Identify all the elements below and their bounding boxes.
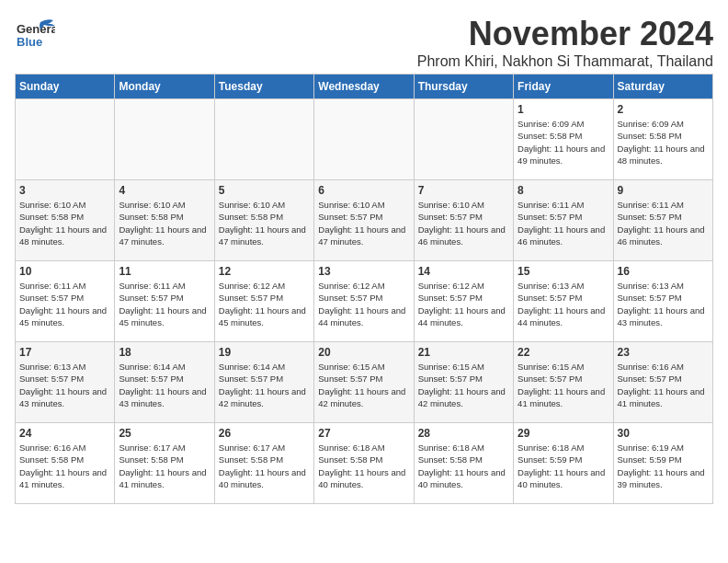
day-number: 22: [518, 346, 609, 359]
weekday-header-tuesday: Tuesday: [214, 75, 313, 99]
calendar-cell: [314, 99, 414, 180]
day-number: 29: [518, 427, 609, 440]
logo: General Blue: [15, 15, 55, 55]
calendar-cell: 24Sunrise: 6:16 AMSunset: 5:58 PMDayligh…: [16, 423, 115, 504]
day-number: 20: [318, 346, 409, 359]
calendar-week-2: 3Sunrise: 6:10 AMSunset: 5:58 PMDaylight…: [16, 180, 713, 261]
calendar-cell: [115, 99, 214, 180]
day-number: 18: [119, 346, 210, 359]
page-header: General Blue November 2024 Phrom Khiri, …: [15, 15, 713, 70]
day-info: Sunrise: 6:19 AMSunset: 5:59 PMDaylight:…: [618, 442, 709, 490]
svg-text:Blue: Blue: [17, 35, 42, 49]
day-number: 14: [418, 265, 509, 278]
day-number: 12: [219, 265, 310, 278]
day-info: Sunrise: 6:09 AMSunset: 5:58 PMDaylight:…: [618, 118, 709, 167]
day-info: Sunrise: 6:15 AMSunset: 5:57 PMDaylight:…: [418, 361, 509, 409]
calendar-cell: 19Sunrise: 6:14 AMSunset: 5:57 PMDayligh…: [214, 342, 313, 423]
day-number: 10: [19, 265, 110, 278]
day-info: Sunrise: 6:18 AMSunset: 5:59 PMDaylight:…: [518, 442, 609, 490]
day-number: 19: [219, 346, 310, 359]
calendar-cell: 15Sunrise: 6:13 AMSunset: 5:57 PMDayligh…: [514, 261, 613, 342]
weekday-header-monday: Monday: [115, 75, 214, 99]
day-number: 13: [318, 265, 409, 278]
calendar-week-1: 1Sunrise: 6:09 AMSunset: 5:58 PMDaylight…: [16, 99, 713, 180]
day-info: Sunrise: 6:13 AMSunset: 5:57 PMDaylight:…: [618, 280, 709, 328]
day-info: Sunrise: 6:10 AMSunset: 5:57 PMDaylight:…: [318, 199, 409, 247]
day-number: 15: [518, 265, 609, 278]
day-number: 16: [618, 265, 709, 278]
day-info: Sunrise: 6:14 AMSunset: 5:57 PMDaylight:…: [219, 361, 310, 409]
weekday-header-friday: Friday: [514, 75, 613, 99]
calendar-cell: 28Sunrise: 6:18 AMSunset: 5:58 PMDayligh…: [414, 423, 513, 504]
day-number: 27: [318, 427, 409, 440]
day-info: Sunrise: 6:12 AMSunset: 5:57 PMDaylight:…: [318, 280, 409, 328]
day-info: Sunrise: 6:17 AMSunset: 5:58 PMDaylight:…: [219, 442, 310, 490]
calendar-cell: 17Sunrise: 6:13 AMSunset: 5:57 PMDayligh…: [16, 342, 115, 423]
day-info: Sunrise: 6:18 AMSunset: 5:58 PMDaylight:…: [418, 442, 509, 490]
day-info: Sunrise: 6:12 AMSunset: 5:57 PMDaylight:…: [418, 280, 509, 328]
calendar-cell: 25Sunrise: 6:17 AMSunset: 5:58 PMDayligh…: [115, 423, 214, 504]
calendar-cell: 29Sunrise: 6:18 AMSunset: 5:59 PMDayligh…: [514, 423, 613, 504]
day-info: Sunrise: 6:11 AMSunset: 5:57 PMDaylight:…: [618, 199, 709, 247]
calendar-week-4: 17Sunrise: 6:13 AMSunset: 5:57 PMDayligh…: [16, 342, 713, 423]
weekday-header-wednesday: Wednesday: [314, 75, 414, 99]
weekday-header-sunday: Sunday: [16, 75, 115, 99]
calendar-cell: 7Sunrise: 6:10 AMSunset: 5:57 PMDaylight…: [414, 180, 513, 261]
calendar-cell: [16, 99, 115, 180]
title-section: November 2024 Phrom Khiri, Nakhon Si Tha…: [417, 15, 713, 70]
calendar-cell: 11Sunrise: 6:11 AMSunset: 5:57 PMDayligh…: [115, 261, 214, 342]
day-number: 8: [518, 184, 609, 197]
day-number: 11: [119, 265, 210, 278]
calendar-cell: 26Sunrise: 6:17 AMSunset: 5:58 PMDayligh…: [214, 423, 313, 504]
day-number: 26: [219, 427, 310, 440]
day-info: Sunrise: 6:10 AMSunset: 5:57 PMDaylight:…: [418, 199, 509, 247]
calendar-cell: 23Sunrise: 6:16 AMSunset: 5:57 PMDayligh…: [613, 342, 712, 423]
calendar-cell: 3Sunrise: 6:10 AMSunset: 5:58 PMDaylight…: [16, 180, 115, 261]
day-number: 9: [618, 184, 709, 197]
day-info: Sunrise: 6:11 AMSunset: 5:57 PMDaylight:…: [518, 199, 609, 247]
day-number: 5: [219, 184, 310, 197]
calendar-cell: 12Sunrise: 6:12 AMSunset: 5:57 PMDayligh…: [214, 261, 313, 342]
calendar-table: SundayMondayTuesdayWednesdayThursdayFrid…: [15, 74, 713, 504]
calendar-cell: [214, 99, 313, 180]
day-info: Sunrise: 6:10 AMSunset: 5:58 PMDaylight:…: [219, 199, 310, 247]
day-number: 4: [119, 184, 210, 197]
weekday-header-row: SundayMondayTuesdayWednesdayThursdayFrid…: [16, 75, 713, 99]
calendar-cell: 8Sunrise: 6:11 AMSunset: 5:57 PMDaylight…: [514, 180, 613, 261]
calendar-cell: 13Sunrise: 6:12 AMSunset: 5:57 PMDayligh…: [314, 261, 414, 342]
day-number: 1: [518, 103, 609, 116]
calendar-cell: 6Sunrise: 6:10 AMSunset: 5:57 PMDaylight…: [314, 180, 414, 261]
day-info: Sunrise: 6:16 AMSunset: 5:58 PMDaylight:…: [19, 442, 110, 490]
day-number: 21: [418, 346, 509, 359]
day-info: Sunrise: 6:11 AMSunset: 5:57 PMDaylight:…: [119, 280, 210, 328]
day-number: 25: [119, 427, 210, 440]
calendar-cell: [414, 99, 513, 180]
day-info: Sunrise: 6:14 AMSunset: 5:57 PMDaylight:…: [119, 361, 210, 409]
month-title: November 2024: [417, 15, 713, 53]
calendar-cell: 20Sunrise: 6:15 AMSunset: 5:57 PMDayligh…: [314, 342, 414, 423]
day-info: Sunrise: 6:13 AMSunset: 5:57 PMDaylight:…: [19, 361, 110, 409]
calendar-cell: 4Sunrise: 6:10 AMSunset: 5:58 PMDaylight…: [115, 180, 214, 261]
day-number: 23: [618, 346, 709, 359]
calendar-cell: 9Sunrise: 6:11 AMSunset: 5:57 PMDaylight…: [613, 180, 712, 261]
day-info: Sunrise: 6:15 AMSunset: 5:57 PMDaylight:…: [518, 361, 609, 409]
day-info: Sunrise: 6:18 AMSunset: 5:58 PMDaylight:…: [318, 442, 409, 490]
weekday-header-saturday: Saturday: [613, 75, 712, 99]
calendar-cell: 18Sunrise: 6:14 AMSunset: 5:57 PMDayligh…: [115, 342, 214, 423]
calendar-week-5: 24Sunrise: 6:16 AMSunset: 5:58 PMDayligh…: [16, 423, 713, 504]
day-number: 7: [418, 184, 509, 197]
calendar-cell: 2Sunrise: 6:09 AMSunset: 5:58 PMDaylight…: [613, 99, 712, 180]
calendar-week-3: 10Sunrise: 6:11 AMSunset: 5:57 PMDayligh…: [16, 261, 713, 342]
weekday-header-thursday: Thursday: [414, 75, 513, 99]
calendar-cell: 1Sunrise: 6:09 AMSunset: 5:58 PMDaylight…: [514, 99, 613, 180]
calendar-cell: 22Sunrise: 6:15 AMSunset: 5:57 PMDayligh…: [514, 342, 613, 423]
calendar-cell: 27Sunrise: 6:18 AMSunset: 5:58 PMDayligh…: [314, 423, 414, 504]
day-number: 28: [418, 427, 509, 440]
day-info: Sunrise: 6:10 AMSunset: 5:58 PMDaylight:…: [19, 199, 110, 247]
day-number: 17: [19, 346, 110, 359]
day-info: Sunrise: 6:10 AMSunset: 5:58 PMDaylight:…: [119, 199, 210, 247]
calendar-cell: 21Sunrise: 6:15 AMSunset: 5:57 PMDayligh…: [414, 342, 513, 423]
day-info: Sunrise: 6:16 AMSunset: 5:57 PMDaylight:…: [618, 361, 709, 409]
day-number: 3: [19, 184, 110, 197]
logo-icon: General Blue: [15, 15, 55, 55]
